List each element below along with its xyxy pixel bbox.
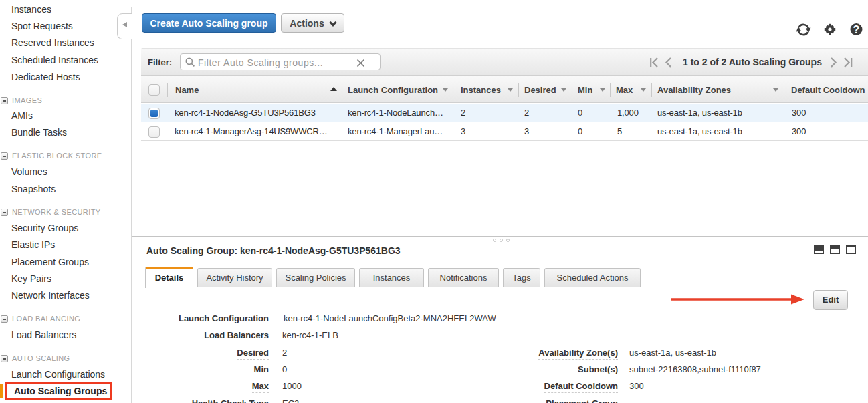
svg-text:?: ? — [853, 24, 860, 35]
